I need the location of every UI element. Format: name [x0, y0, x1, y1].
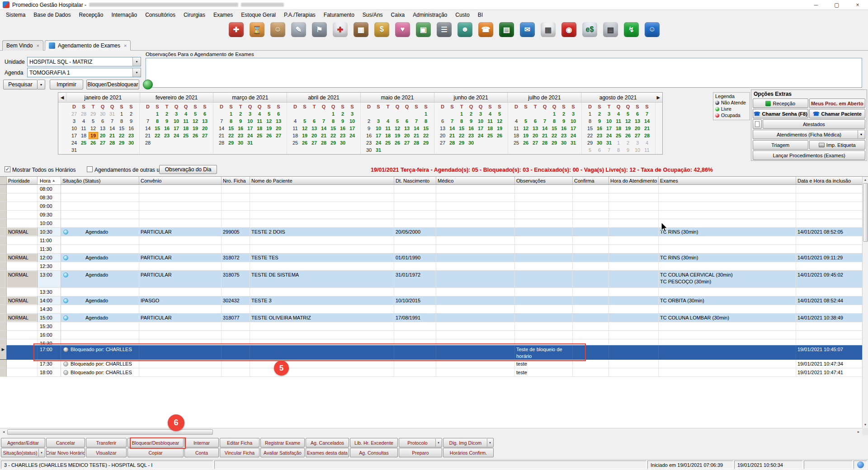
calendar-day[interactable]: 19 — [264, 125, 274, 132]
minimize-button[interactable]: ─ — [806, 0, 826, 9]
chamar-senha-button[interactable]: ☎ Chamar Senha (F8) — [753, 109, 808, 118]
scroll-right-icon[interactable]: ► — [855, 430, 862, 433]
menu-administracao[interactable]: Administração — [409, 10, 451, 20]
calendar-day[interactable]: 17 — [172, 125, 181, 132]
calendar-day[interactable]: 7 — [412, 118, 421, 125]
pesquisar-dropdown-arrow-icon[interactable]: ▼ — [38, 80, 45, 89]
exames-desta-data-button[interactable]: Exames desta data — [306, 448, 349, 457]
calendar-day[interactable]: 20 — [310, 132, 319, 139]
calendar-day[interactable]: 13 — [310, 125, 319, 132]
tab-agendamento-de-exames[interactable]: Agendamento de Exames× — [45, 40, 131, 51]
calendar-day[interactable]: 24 — [476, 132, 486, 139]
calendar-day[interactable]: 23 — [127, 132, 136, 139]
calendar-day[interactable]: 11 — [79, 125, 89, 132]
calendar-day[interactable]: 23 — [236, 132, 245, 139]
table-row[interactable]: NORMAL14:00AgendadoIPASGO302432TESTE 310… — [0, 296, 862, 305]
menu-sistema[interactable]: Sistema — [2, 10, 29, 20]
calendar-day[interactable]: 9 — [162, 118, 172, 125]
calendar-day[interactable]: 14 — [143, 125, 153, 132]
calendar-day[interactable]: 31 — [108, 110, 117, 118]
calendar-day[interactable]: 10 — [569, 118, 578, 125]
conta-button[interactable]: Conta — [184, 448, 219, 457]
calendar-day[interactable]: 26 — [623, 132, 633, 139]
calendar-day[interactable]: 9 — [595, 118, 604, 125]
phone-call-icon[interactable]: ☎ — [478, 22, 493, 37]
calendar-day[interactable]: 29 — [421, 139, 431, 146]
calendar-day[interactable]: 20 — [274, 125, 283, 132]
calendar-day[interactable]: 25 — [181, 132, 191, 139]
calendar-day[interactable]: 2 — [623, 139, 633, 146]
calendar-day[interactable]: 5 — [623, 110, 633, 118]
calendar-day[interactable]: 29 — [89, 110, 98, 118]
calendar-day[interactable]: 18 — [181, 125, 191, 132]
staff-group-icon[interactable]: ☻ — [458, 22, 472, 37]
calendar-day[interactable]: 3 — [245, 110, 255, 118]
calendar-day[interactable]: 11 — [512, 125, 521, 132]
hour-cell[interactable]: 13:00 — [38, 271, 61, 287]
cancelar-button[interactable]: Cancelar — [46, 438, 85, 447]
calendar-day[interactable]: 28 — [540, 139, 550, 146]
calendar-day[interactable]: 2 — [559, 110, 569, 118]
agendar-editar-button[interactable]: Agendar/Editar — [1, 438, 45, 447]
calendar-day[interactable]: 27 — [274, 132, 283, 139]
table-row[interactable]: 15:30 — [0, 322, 862, 331]
calendar-day[interactable]: 26 — [264, 132, 274, 139]
therapies-heart-icon[interactable]: ♥ — [395, 22, 410, 37]
calendar-day[interactable]: 24 — [374, 139, 383, 146]
column-header-data-e-hora-da-inclusao[interactable]: Data e Hora da inclusão — [796, 177, 862, 184]
hour-cell[interactable]: 08:30 — [38, 193, 61, 202]
calendar-day[interactable]: 22 — [117, 132, 127, 139]
calendar-day[interactable]: 15 — [457, 125, 467, 132]
calendar-day[interactable]: 11 — [181, 118, 191, 125]
calendar-day[interactable]: 16 — [364, 132, 374, 139]
scroll-down-icon[interactable]: ▼ — [864, 422, 867, 428]
calendar-day[interactable]: 24 — [569, 132, 578, 139]
calendar-day[interactable]: 18 — [255, 125, 264, 132]
calendar-day[interactable]: 20 — [438, 132, 448, 139]
calendar-day[interactable]: 28 — [108, 139, 117, 146]
pesquisar-button[interactable]: Pesquisar — [3, 80, 38, 89]
hour-cell[interactable]: 10:30 — [38, 228, 61, 236]
calendar-day[interactable]: 8 — [329, 118, 338, 125]
meus-proc-em-aberto-button[interactable]: Meus Proc. em Aberto — [809, 99, 865, 108]
calendar-day[interactable]: 4 — [383, 118, 393, 125]
calendar-day[interactable]: 16 — [236, 125, 245, 132]
calendar-day[interactable]: 6 — [633, 110, 642, 118]
calendar-day[interactable]: 2 — [364, 118, 374, 125]
vitals-monitor-icon[interactable]: ↯ — [624, 22, 639, 37]
scroll-up-icon[interactable]: ▲ — [864, 177, 867, 183]
menu-caixa[interactable]: Caixa — [387, 10, 409, 20]
dropdown-arrow-icon[interactable]: ▼ — [38, 449, 44, 456]
calendar-day[interactable]: 1 — [614, 139, 623, 146]
calendar-day[interactable]: 1 — [226, 110, 236, 118]
calendar-day[interactable]: 2 — [467, 110, 476, 118]
calendar-day[interactable]: 14 — [540, 125, 550, 132]
calendar-day[interactable]: 17 — [70, 132, 79, 139]
menu-estoque-geral[interactable]: Estoque Geral — [237, 10, 280, 20]
calendar-day[interactable]: 7 — [604, 146, 614, 154]
calendar-day[interactable]: 7 — [642, 110, 652, 118]
calendar-day[interactable]: 25 — [614, 132, 623, 139]
spreadsheet-icon[interactable]: ▦ — [541, 22, 556, 37]
calendar-day[interactable]: 20 — [402, 132, 412, 139]
calendar-day[interactable]: 30 — [98, 110, 108, 118]
hour-cell[interactable]: 12:00 — [38, 254, 61, 262]
calendar-day[interactable]: 5 — [521, 118, 531, 125]
document-mini-button[interactable] — [753, 119, 762, 129]
chat-bubble-icon[interactable]: ✉ — [520, 22, 535, 37]
hour-cell[interactable]: 13:30 — [38, 288, 61, 296]
calendar-day[interactable]: 24 — [604, 132, 614, 139]
calendar-day[interactable]: 5 — [264, 110, 274, 118]
calendar-day[interactable]: 29 — [585, 139, 595, 146]
calendar-day[interactable]: 25 — [512, 139, 521, 146]
calendar-day[interactable]: 9 — [623, 146, 633, 154]
triagem-button[interactable]: Triagem — [753, 140, 808, 150]
calendar-day[interactable]: 7 — [108, 118, 117, 125]
calendar-day[interactable]: 30 — [559, 139, 569, 146]
calendar-day[interactable]: 12 — [191, 118, 200, 125]
copiar-button[interactable]: Copiar — [127, 448, 184, 457]
calendar-day[interactable]: 16 — [559, 125, 569, 132]
calendar-day[interactable]: 17 — [245, 125, 255, 132]
calendar-day[interactable]: 31 — [374, 146, 383, 154]
calendar-day[interactable]: 24 — [70, 139, 79, 146]
